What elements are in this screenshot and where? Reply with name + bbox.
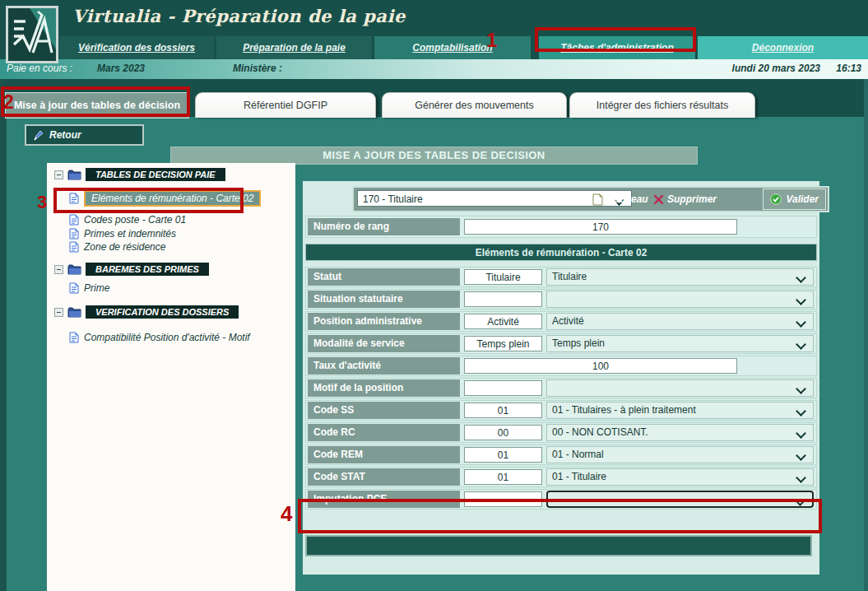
document-icon: [69, 241, 79, 253]
tree-item-label-selected[interactable]: Eléments de rémunération - Carte 02: [84, 190, 261, 207]
position-administrative-select[interactable]: Activité: [546, 313, 814, 330]
paie-en-cours-value: Mars 2023: [97, 63, 145, 74]
chevron-down-icon: [796, 339, 806, 350]
numero-rang-input[interactable]: [464, 219, 737, 235]
select-value: 01 - Titulaire: [552, 471, 606, 482]
retour-button[interactable]: Retour: [25, 124, 144, 146]
modalite-service-select[interactable]: Temps plein: [546, 335, 814, 352]
record-select[interactable]: 170 - Titulaire: [357, 190, 632, 207]
tree-group-tables-decision-paie[interactable]: TABLES DE DECISION PAIE: [54, 168, 225, 181]
tree-item-label[interactable]: Prime: [84, 282, 109, 294]
retour-label: Retour: [49, 129, 81, 141]
folder-icon: [67, 264, 81, 275]
app-title: Virtualia - Préparation de la paie: [72, 6, 406, 26]
tree-item-compatibilite-position-activite-motif[interactable]: Compatibilité Position d'activité - Moti…: [69, 332, 250, 343]
current-time: 16:13: [836, 63, 861, 74]
position-administrative-value-input[interactable]: [464, 314, 542, 329]
row-code-rem: Code REM 01 - Normal: [305, 444, 817, 465]
current-date: lundi 20 mars 2023: [732, 63, 820, 74]
taux-activite-input[interactable]: [464, 358, 737, 374]
header: Virtualia - Préparation de la paie: [0, 0, 868, 36]
nav-tab-comptabilisation[interactable]: Comptabilisation: [374, 36, 531, 59]
motif-position-value-input[interactable]: [464, 380, 542, 396]
field-label: Statut: [308, 268, 460, 286]
chevron-down-icon: [796, 406, 806, 416]
code-rem-select[interactable]: 01 - Normal: [546, 446, 814, 463]
main-nav: Vérification des dossiers Préparation de…: [0, 36, 868, 59]
statut-value-input[interactable]: [464, 269, 542, 285]
imputation-pce-value-input[interactable]: [464, 491, 542, 507]
chevron-down-icon: [796, 450, 806, 461]
tree-item-prime[interactable]: Prime: [69, 282, 109, 294]
page-title: MISE A JOUR DES TABLES DE DECISION: [170, 147, 698, 165]
validate-check-icon: [770, 193, 782, 205]
field-label: Motif de la position: [308, 379, 460, 397]
nouveau-button[interactable]: Nouveau: [592, 188, 648, 211]
nav-tab-taches-administration[interactable]: Tâches d'administration: [539, 36, 695, 59]
nav-tab-verification-dossiers[interactable]: Vérification des dossiers: [59, 36, 214, 59]
tree-item-label[interactable]: Codes poste - Carte 01: [84, 214, 186, 226]
modalite-service-value-input[interactable]: [464, 336, 542, 351]
statut-select[interactable]: Titulaire: [546, 268, 814, 286]
tree-item-primes-indemnites[interactable]: Primes et indemnités: [69, 228, 176, 240]
tree-group-label[interactable]: VERIFICATION DES DOSSIERS: [86, 305, 239, 319]
tree-group-baremes-primes[interactable]: BAREMES DES PRIMES: [54, 263, 209, 276]
field-label: Imputation PCE: [308, 491, 460, 508]
form-footer-bar: [305, 535, 812, 556]
sub-tab-generer-mouvements[interactable]: Générer des mouvements: [382, 92, 567, 118]
tree-item-codes-poste-carte-01[interactable]: Codes poste - Carte 01: [69, 214, 186, 226]
left-edge-strip: [0, 79, 7, 591]
situation-statutaire-value-input[interactable]: [464, 291, 542, 307]
code-ss-select[interactable]: 01 - Titulaires - à plein traitement: [546, 402, 814, 419]
chevron-down-icon: [796, 317, 806, 328]
supprimer-button[interactable]: Supprimer: [653, 188, 717, 211]
collapse-minus-icon[interactable]: [54, 265, 63, 274]
chevron-down-icon: [796, 295, 806, 305]
row-code-stat: Code STAT 01 - Titulaire: [305, 467, 817, 487]
imputation-pce-select[interactable]: [546, 491, 814, 508]
ministere-label: Ministère :: [233, 63, 282, 74]
tree-item-elements-remuneration-carte-02[interactable]: Eléments de rémunération - Carte 02: [69, 190, 261, 207]
tree-item-label[interactable]: Compatibilité Position d'activité - Moti…: [84, 332, 250, 343]
collapse-minus-icon[interactable]: [54, 308, 63, 317]
collapse-minus-icon[interactable]: [54, 170, 63, 179]
document-icon: [69, 228, 79, 240]
row-modalite-de-service: Modalité de service Temps plein: [305, 333, 817, 354]
situation-statutaire-select[interactable]: [546, 291, 814, 308]
code-stat-value-input[interactable]: [464, 469, 542, 485]
new-document-icon: [592, 193, 603, 206]
chevron-down-icon: [796, 272, 806, 283]
tree-group-label[interactable]: BAREMES DES PRIMES: [86, 263, 209, 276]
folder-icon: [67, 170, 81, 180]
valider-button[interactable]: Valider: [763, 188, 826, 210]
sub-tab-mise-a-jour-tables-decision[interactable]: Mise à jour des tables de décision: [5, 92, 189, 119]
chevron-down-icon: [796, 428, 806, 439]
nouveau-label: Nouveau: [606, 193, 648, 205]
field-label: Modalité de service: [308, 335, 460, 352]
row-situation-statutaire: Situation statutaire: [305, 289, 817, 309]
tree-item-label[interactable]: Zone de résidence: [84, 241, 165, 253]
virtualia-app: Virtualia - Préparation de la paie Vérif…: [0, 0, 868, 591]
select-value: Titulaire: [552, 271, 587, 282]
code-stat-select[interactable]: 01 - Titulaire: [546, 468, 814, 486]
select-value: 01 - Titulaires - à plein traitement: [552, 404, 696, 416]
numero-rang-label: Numéro de rang: [308, 218, 460, 235]
code-rem-value-input[interactable]: [464, 447, 542, 463]
document-icon: [69, 193, 79, 204]
sub-tab-integrer-fichiers-resultats[interactable]: Intégrer des fichiers résultats: [569, 92, 755, 118]
pen-icon: [33, 130, 43, 141]
record-toolbar: 170 - Titulaire Nouveau Supprimer: [352, 186, 829, 212]
tree-group-verification-dossiers[interactable]: VERIFICATION DES DOSSIERS: [54, 305, 239, 319]
nav-tab-deconnexion[interactable]: Déconnexion: [698, 36, 868, 59]
code-rc-select[interactable]: 00 - NON COTISANT.: [546, 424, 814, 441]
code-ss-value-input[interactable]: [464, 403, 542, 418]
sub-tab-referentiel-dgfip[interactable]: Référentiel DGFIP: [195, 92, 376, 118]
chevron-down-icon: [796, 384, 806, 394]
tree-group-label[interactable]: TABLES DE DECISION PAIE: [86, 168, 225, 181]
tree-item-label[interactable]: Primes et indemnités: [84, 228, 176, 240]
motif-position-select[interactable]: [546, 379, 814, 397]
tree-item-zone-residence[interactable]: Zone de résidence: [69, 241, 165, 253]
nav-tab-preparation-paie[interactable]: Préparation de la paie: [216, 36, 372, 59]
valider-label: Valider: [786, 193, 819, 205]
code-rc-value-input[interactable]: [464, 425, 542, 440]
